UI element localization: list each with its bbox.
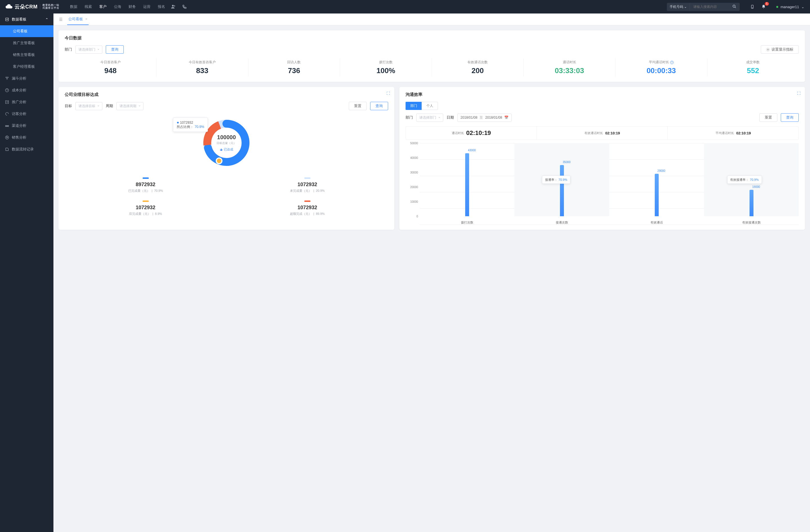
donut-center: 100000 目标总量（元） 已达成 — [216, 134, 236, 152]
search-input[interactable] — [690, 3, 729, 11]
query-button[interactable]: 查询 — [106, 45, 124, 54]
sidebar-item-icon — [5, 124, 9, 128]
brand-sub: 教育机构一站 式服务云平台 — [40, 4, 59, 10]
add-user-icon[interactable] — [170, 4, 176, 10]
sidebar-item[interactable]: 数据流转记录 — [0, 144, 53, 155]
nav-link[interactable]: 线索 — [85, 4, 92, 9]
stat-item: 拨打次数100% — [340, 58, 432, 77]
y-tick: 10000 — [410, 200, 418, 203]
main: ☰ 公司看板 × 今日数据 部门 请选择部门 查询 设置显示指标 今 — [53, 14, 810, 532]
bar-column: 18000有效接通率：70.9% — [704, 143, 799, 216]
sidebar-subitem[interactable]: 客户经理看板 — [0, 61, 53, 72]
today-stats: 今日首咨客户948今日有效首咨客户833回访人数736拨打次数100%有效通话次… — [65, 58, 799, 77]
sidebar-item-icon — [5, 88, 9, 92]
page-tab[interactable]: 公司看板 × — [67, 14, 88, 25]
sidebar-item[interactable]: 访客分析 — [0, 108, 53, 120]
nav-link[interactable]: 财务 — [129, 4, 136, 9]
nav-link[interactable]: 数据 — [70, 4, 77, 9]
expand-icon[interactable]: ⛶ — [386, 92, 390, 95]
phone-icon[interactable] — [181, 4, 188, 10]
bar-column: 29000 — [609, 143, 704, 216]
y-tick: 30000 — [410, 171, 418, 174]
sidebar-subitem[interactable]: 公司看板 — [0, 25, 53, 37]
search-button[interactable] — [729, 3, 740, 11]
user-menu[interactable]: manager11 ⌄ — [776, 5, 804, 9]
tab-dept[interactable]: 部门 — [406, 102, 422, 110]
sidebar-item-icon — [5, 112, 9, 116]
dept-label: 部门 — [65, 47, 72, 52]
today-title: 今日数据 — [65, 35, 799, 41]
sidebar-item[interactable]: 推广分析 — [0, 96, 53, 108]
eff-stat: 有效通话时长02:10:19 — [537, 127, 668, 139]
legend-item: 1072932应完成量（元） | 8.9% — [65, 200, 226, 216]
eff-reset-button[interactable]: 重置 — [759, 113, 777, 122]
donut-tooltip: ● 1072932 所占比例：70.9% — [173, 118, 208, 132]
sidebar-item[interactable]: 销售分析 — [0, 132, 53, 144]
y-tick: 50000 — [410, 142, 418, 145]
chart-tooltip: 有效接通率：70.9% — [727, 176, 762, 184]
x-label: 有效接通次数 — [704, 220, 799, 225]
chevron-down-icon: ⌄ — [801, 5, 804, 9]
chart-tooltip: 接通率：70.9% — [542, 176, 570, 184]
status-dot — [776, 6, 778, 8]
notification-badge: 5 — [765, 2, 769, 6]
nav-link[interactable]: 报名 — [158, 4, 165, 9]
thumbs-up-icon — [220, 148, 223, 151]
eff-query-button[interactable]: 查询 — [781, 113, 799, 122]
legend-item: 8972932已完成量（元） | 70.9% — [65, 177, 226, 193]
stat-item: 通话时长03:33:03 — [524, 58, 615, 77]
efficiency-card: ⛶ 沟通效率 部门 个人 部门 请选择部门 日期 2018/01/08 至 20… — [399, 87, 805, 230]
bar: 29000 — [655, 174, 659, 216]
x-label: 拨打次数 — [420, 220, 514, 225]
sidebar-subitem[interactable]: 推广主管看板 — [0, 37, 53, 49]
svg-point-1 — [733, 5, 735, 7]
sidebar-item-icon — [5, 147, 9, 151]
stat-item: 今日有效首咨客户833 — [156, 58, 248, 77]
eff-stat: 通话时长02:10:19 — [406, 127, 537, 139]
date-range-input[interactable]: 2018/01/08 至 2018/01/08 📅 — [457, 114, 512, 122]
chevron-up-icon: ⌃ — [45, 17, 48, 22]
sidebar-subitem[interactable]: 销售主管看板 — [0, 49, 53, 61]
sidebar-group-dashboard[interactable]: 数据看板 ⌃ — [0, 14, 53, 25]
bar: 18000 — [749, 190, 754, 216]
stat-item: 有效通话次数200 — [432, 58, 524, 77]
search-icon — [732, 4, 736, 9]
expand-icon[interactable]: ⛶ — [797, 92, 800, 95]
legend-item: 1072932超额完成（元） | 89.9% — [226, 200, 388, 216]
tabs-bar: ☰ 公司看板 × — [53, 14, 810, 25]
burger-icon[interactable]: ☰ — [59, 17, 63, 22]
legend-item: 1072932未完成量（元） | 20.9% — [226, 177, 388, 193]
dept-select[interactable]: 请选择部门 — [75, 46, 102, 54]
nav-link[interactable]: 运营 — [143, 4, 150, 9]
period-select[interactable]: 请选择周期 — [116, 102, 143, 110]
eff-stat: 平均通话时长02:10:19 — [668, 127, 798, 139]
eff-dept-select[interactable]: 请选择部门 — [416, 114, 443, 122]
brand-name: 云朵CRM — [15, 3, 38, 10]
target-select[interactable]: 请选择目标 — [75, 102, 102, 110]
username: manager11 — [780, 5, 799, 9]
sidebar-item[interactable]: 渠道分析 — [0, 120, 53, 132]
goal-query-button[interactable]: 查询 — [370, 102, 388, 110]
mobile-icon[interactable] — [749, 4, 756, 10]
nav-link[interactable]: 客户 — [99, 4, 107, 9]
close-icon[interactable]: × — [85, 17, 87, 21]
sidebar-item[interactable]: 漏斗分析 — [0, 72, 53, 84]
search-group: 手机号码 ⌄ — [667, 3, 740, 11]
x-label: 接通次数 — [514, 220, 609, 225]
sidebar: 数据看板 ⌃ 公司看板推广主管看板销售主管看板客户经理看板 漏斗分析成本分析推广… — [0, 14, 53, 532]
settings-button[interactable]: 设置显示指标 — [761, 45, 799, 54]
sidebar-item-icon — [5, 100, 9, 104]
bell-icon[interactable]: 5 — [761, 4, 767, 10]
nav-link[interactable]: 公海 — [114, 4, 121, 9]
stat-item: 今日首咨客户948 — [65, 58, 156, 77]
cloud-icon — [6, 4, 12, 10]
bar: 43000 — [465, 153, 469, 216]
tab-person[interactable]: 个人 — [422, 102, 438, 110]
eff-title: 沟通效率 — [406, 92, 799, 97]
info-icon: ? — [670, 61, 674, 64]
sidebar-item[interactable]: 成本分析 — [0, 84, 53, 96]
donut-legend: 8972932已完成量（元） | 70.9%1072932未完成量（元） | 2… — [65, 177, 388, 216]
goal-reset-button[interactable]: 重置 — [349, 102, 367, 110]
bar-column: 35000接通率：70.9% — [514, 143, 609, 216]
search-type-select[interactable]: 手机号码 ⌄ — [667, 3, 690, 11]
